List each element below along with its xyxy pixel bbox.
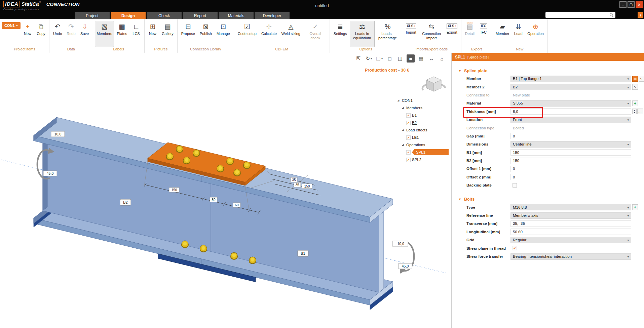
text-input[interactable]: 50 60 [510,229,631,235]
dropdown[interactable]: M16 8.8 [510,204,631,210]
ribbon-button[interactable]: ↶ Undo [51,21,64,47]
ribbon-button[interactable]: ⊟ Propose [179,21,197,47]
dropdown[interactable]: B1 | Top flange 1 [510,76,631,82]
ribbon-button[interactable]: + New [21,21,34,47]
ribbon-button[interactable]: ⧉ Copy [35,21,47,47]
plate-button[interactable]: ▤ [632,76,638,82]
close-button[interactable] [636,1,643,8]
tree-expander-icon[interactable] [402,107,405,109]
ribbon-button[interactable]: ✓ Overall check [303,21,328,47]
viewport-tool-button[interactable]: ⌂ [438,54,446,63]
scene-svg[interactable]: 150 50 60 35 35 150 10,0 [0,53,452,328]
ribbon-button[interactable]: ⚖ Loads in equilibrium [350,21,375,47]
ribbon-button[interactable]: ⇩ Save [78,21,91,47]
navigation-cube[interactable] [420,73,448,97]
section-collapse-icon[interactable] [458,198,461,201]
ribbon-button[interactable]: ▦ Plates [115,21,129,47]
tree-item[interactable]: CON1 [397,97,449,104]
plus-button[interactable]: + [632,204,638,210]
dropdown[interactable]: B2 [510,84,631,90]
ribbon-button[interactable]: XLS Import [404,21,418,47]
ribbon-button[interactable]: ∟ LCS [130,21,143,47]
tree-item[interactable]: B2 [397,119,449,126]
ribbon-button[interactable]: ⇊ Load [512,21,525,47]
dropdown[interactable]: Front [510,117,631,123]
viewport-tool-button[interactable]: ▢ [375,54,383,63]
checkbox-checked-icon[interactable] [406,150,411,155]
ribbon-button[interactable]: IFC IFC [477,21,490,47]
search-input[interactable] [547,13,609,17]
beam-solid[interactable] [34,117,393,310]
viewport-tool-button[interactable]: ■ [407,54,415,63]
cursor-button[interactable]: ↖ [639,76,644,82]
ribbon-button[interactable]: XLS Export [445,21,459,47]
dots-button[interactable]: … [637,109,643,114]
checkbox[interactable] [513,246,517,250]
text-input[interactable]: 150 [510,149,631,156]
ribbon-button[interactable]: ▤ Gallery [160,21,176,47]
ribbon-tab[interactable]: Design [111,12,146,19]
dropdown[interactable]: Member x-axis [510,212,631,219]
checkbox[interactable] [513,183,517,188]
tree-expander-icon[interactable] [397,99,401,102]
search-icon[interactable] [609,13,614,17]
search-box[interactable] [545,12,615,18]
plus-button[interactable]: + [632,100,638,106]
ribbon-button[interactable]: ⊕ Operation [525,21,545,47]
dropdown[interactable]: Bearing - tension/shear interaction [510,253,631,260]
checkbox-checked-icon[interactable] [406,121,411,125]
3d-viewport[interactable]: 150 50 60 35 35 150 10,0 [0,53,452,328]
viewport-tool-button[interactable]: ↻ [365,54,373,63]
ribbon-tab[interactable]: Report [183,12,218,19]
tree-item[interactable]: Load effects [397,126,449,134]
tree-item[interactable]: LE1 [397,134,449,141]
ribbon-button[interactable]: ⊞ New [146,21,159,47]
checkbox-checked-icon[interactable] [406,158,411,162]
viewport-tool-button[interactable]: ↔ [427,54,435,63]
tree-item[interactable]: SPL2 [397,156,449,163]
ribbon-button[interactable]: ⇆ Connection Import [419,21,444,47]
ribbon-button[interactable]: ☑ Code setup [236,21,259,47]
section-header[interactable]: Splice plate [452,67,644,75]
ribbon-tab[interactable]: Project [75,12,110,19]
text-input[interactable]: 8,0 [510,108,631,115]
text-input[interactable]: 150 [510,158,631,164]
text-input[interactable]: 0 [510,174,631,180]
viewport-tool-button[interactable]: ◫ [396,54,404,63]
text-input[interactable]: 0 [510,166,631,172]
tree-item[interactable]: B1 [397,112,449,119]
cursor-button[interactable]: ↖ [632,84,638,90]
viewport-tool-button[interactable]: ▤ [417,54,425,63]
ribbon-tab[interactable]: Materials [219,12,254,19]
ribbon-button[interactable]: ⊠ Publish [198,21,214,47]
ribbon-button[interactable]: BETA ▤ Detail [463,21,477,47]
text-input[interactable]: 35; -35 [510,220,631,227]
checkbox-checked-icon[interactable] [406,135,411,140]
ribbon-button[interactable]: % Loads - percentage [375,21,400,47]
viewport-tool-button[interactable]: ⇱ [354,54,363,63]
info-button[interactable]: i [638,12,643,18]
tree-item[interactable]: Operations [397,141,449,149]
viewport-tool-button[interactable]: □ [386,54,394,63]
ribbon-button[interactable]: ◬ Weld sizing [279,21,302,47]
ribbon-button[interactable]: ⊹ Calculate [259,21,279,47]
ribbon-tab[interactable]: Check [147,12,182,19]
text-input[interactable]: 0 [510,133,631,139]
maximize-button[interactable] [628,1,635,8]
ribbon-button[interactable]: ▰ Member [494,21,511,47]
ribbon-button[interactable]: ↷ Redo [65,21,77,47]
tree-item[interactable]: SPL1 [397,149,449,156]
tree-expander-icon[interactable] [402,129,405,131]
ribbon-button[interactable]: ≣ Settings [332,21,349,47]
ribbon-button[interactable]: CON1 [2,22,21,29]
checkbox-checked-icon[interactable] [406,113,411,118]
ribbon-tab[interactable]: Developer [255,12,290,19]
section-collapse-icon[interactable] [458,69,461,73]
tree-item[interactable]: Members [397,104,449,112]
spinner[interactable]: ▴▾ [632,109,637,114]
dropdown[interactable]: S 355 [510,100,631,107]
section-header[interactable]: Bolts [452,196,644,203]
ribbon-button[interactable]: ⊡ Manage [215,21,232,47]
dropdown[interactable]: Regular [510,237,631,243]
dropdown[interactable]: Center line [510,141,631,148]
